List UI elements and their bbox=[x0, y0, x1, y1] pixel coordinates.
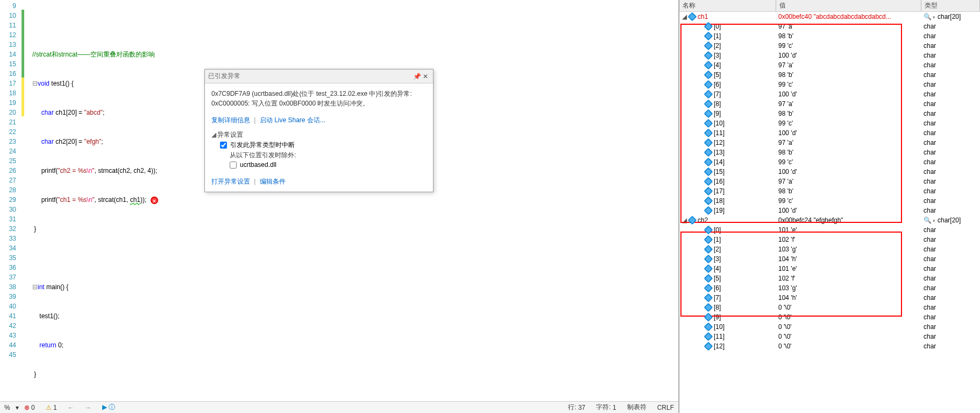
item-idx: [3] bbox=[714, 52, 721, 59]
watch-item-row[interactable]: [19]100 'd'char bbox=[679, 206, 980, 215]
tabs-mode[interactable]: 制表符 bbox=[627, 403, 647, 412]
exception-title: 已引发异常 bbox=[208, 72, 413, 81]
zoom-pct[interactable]: % bbox=[4, 404, 10, 411]
watch-item-row[interactable]: [14]99 'c'char bbox=[679, 157, 980, 167]
comment: //strcat和strncat——空间重叠对函数的影响 bbox=[32, 51, 155, 58]
field-icon bbox=[704, 80, 713, 89]
watch-item-row[interactable]: [4]101 'e'char bbox=[679, 264, 980, 274]
field-icon bbox=[704, 187, 713, 196]
decl: ch2[20] = bbox=[54, 138, 84, 145]
kw: int bbox=[38, 283, 45, 291]
module-checkbox[interactable] bbox=[230, 162, 237, 169]
watch-item-row[interactable]: [7]100 'd'char bbox=[679, 89, 980, 99]
item-type: char bbox=[921, 139, 980, 146]
watch-item-row[interactable]: [1]102 'f'char bbox=[679, 235, 980, 244]
watch-item-row[interactable]: [9]98 'b'char bbox=[679, 109, 980, 118]
watch-var-row[interactable]: ◢ch20x00befc24 "efghefgh"🔍char[20] bbox=[679, 215, 980, 225]
field-icon bbox=[704, 109, 713, 118]
item-idx: [1] bbox=[714, 236, 721, 243]
col-type-hdr[interactable]: 类型 bbox=[921, 0, 980, 11]
watch-item-row[interactable]: [3]100 'd'char bbox=[679, 51, 980, 60]
item-type: char bbox=[921, 333, 980, 340]
field-icon bbox=[704, 129, 713, 138]
watch-item-row[interactable]: [8]97 'a'char bbox=[679, 99, 980, 109]
watch-item-row[interactable]: [4]97 'a'char bbox=[679, 60, 980, 70]
watch-item-row[interactable]: [5]102 'f'char bbox=[679, 274, 980, 283]
close-icon[interactable]: ✕ bbox=[421, 72, 430, 81]
item-val: 102 'f' bbox=[776, 275, 921, 282]
live-share-link[interactable]: 启动 Live Share 会话... bbox=[260, 116, 325, 124]
chevron-down-icon[interactable]: ◢ bbox=[211, 131, 216, 138]
crlf-mode[interactable]: CRLF bbox=[657, 404, 674, 411]
watch-item-row[interactable]: [0]101 'e'char bbox=[679, 225, 980, 235]
warning-icon[interactable]: ⚠ bbox=[46, 404, 52, 411]
item-val: 98 'b' bbox=[776, 149, 921, 156]
watch-item-row[interactable]: [3]104 'h'char bbox=[679, 254, 980, 264]
magnifier-icon[interactable]: 🔍 bbox=[924, 13, 935, 20]
nav-back-icon[interactable]: ← bbox=[68, 404, 74, 411]
watch-item-row[interactable]: [5]98 'b'char bbox=[679, 70, 980, 80]
watch-item-row[interactable]: [8]0 '\0'char bbox=[679, 303, 980, 312]
field-icon bbox=[704, 264, 713, 274]
watch-item-row[interactable]: [17]98 'b'char bbox=[679, 186, 980, 196]
watch-item-row[interactable]: [2]99 'c'char bbox=[679, 41, 980, 51]
watch-item-row[interactable]: [13]98 'b'char bbox=[679, 148, 980, 157]
field-icon bbox=[704, 158, 713, 167]
expander-icon[interactable]: ◢ bbox=[681, 13, 687, 20]
watch-item-row[interactable]: [2]103 'g'char bbox=[679, 244, 980, 254]
watch-item-row[interactable]: [11]100 'd'char bbox=[679, 128, 980, 138]
col-val-hdr[interactable]: 值 bbox=[776, 0, 921, 11]
item-type: char bbox=[921, 90, 980, 98]
error-icon[interactable]: ⊗ bbox=[24, 404, 30, 411]
col-name-hdr[interactable]: 名称 bbox=[679, 0, 776, 11]
edit-conditions-link[interactable]: 编辑条件 bbox=[260, 178, 286, 185]
watch-body[interactable]: ◢ch10x00befc40 "abcdabcdabcdabcdabcd...🔍… bbox=[679, 12, 980, 413]
exception-icon[interactable] bbox=[151, 197, 158, 204]
brace: } bbox=[34, 370, 36, 378]
warning-count: 1 bbox=[53, 404, 57, 411]
watch-var-row[interactable]: ◢ch10x00befc40 "abcdabcdabcdabcdabcd...🔍… bbox=[679, 12, 980, 22]
item-type: char bbox=[921, 178, 980, 185]
item-idx: [13] bbox=[714, 149, 725, 156]
watch-item-row[interactable]: [1]98 'b'char bbox=[679, 31, 980, 41]
fn: printf bbox=[41, 167, 56, 174]
field-icon bbox=[704, 61, 713, 70]
item-type: char bbox=[921, 197, 980, 205]
watch-item-row[interactable]: [6]103 'g'char bbox=[679, 283, 980, 293]
var-val: 0x00befc40 "abcdabcdabcdabcdabcd... bbox=[776, 13, 921, 20]
item-idx: [12] bbox=[714, 139, 725, 146]
item-type: char bbox=[921, 284, 980, 292]
watch-item-row[interactable]: [12]97 'a'char bbox=[679, 138, 980, 148]
break-on-exception-checkbox[interactable] bbox=[220, 142, 227, 149]
kw: char bbox=[41, 109, 54, 116]
watch-item-row[interactable]: [7]104 'h'char bbox=[679, 293, 980, 303]
field-icon bbox=[704, 284, 713, 293]
item-val: 0 '\0' bbox=[776, 313, 921, 321]
watch-item-row[interactable]: [16]97 'a'char bbox=[679, 177, 980, 186]
fn-sig: main() { bbox=[45, 283, 69, 291]
watch-item-row[interactable]: [18]99 'c'char bbox=[679, 196, 980, 206]
open-exception-settings-link[interactable]: 打开异常设置 bbox=[211, 178, 250, 185]
magnifier-icon[interactable]: 🔍 bbox=[924, 216, 935, 224]
status-bar: %▾ ⊗ 0 ⚠ 1 ← → ▶ ⓘ 行: 37 字符: 1 制表符 CRLF bbox=[0, 401, 678, 413]
expander-icon[interactable]: ◢ bbox=[681, 216, 687, 224]
copy-details-link[interactable]: 复制详细信息 bbox=[211, 116, 250, 124]
watch-item-row[interactable]: [6]99 'c'char bbox=[679, 80, 980, 89]
nav-play-icon[interactable]: ▶ ⓘ bbox=[102, 403, 115, 412]
var-type: 🔍char[20] bbox=[921, 216, 980, 224]
item-idx: [11] bbox=[714, 333, 725, 340]
watch-item-row[interactable]: [15]100 'd'char bbox=[679, 167, 980, 177]
code-area[interactable]: //strcat和strncat——空间重叠对函数的影响 ⊟void test1… bbox=[30, 0, 678, 413]
item-val: 98 'b' bbox=[776, 32, 921, 40]
watch-item-row[interactable]: [10]99 'c'char bbox=[679, 118, 980, 128]
watch-item-row[interactable]: [0]97 'a'char bbox=[679, 22, 980, 31]
nav-fwd-icon[interactable]: → bbox=[85, 404, 91, 411]
watch-item-row[interactable]: [9]0 '\0'char bbox=[679, 312, 980, 322]
pin-icon[interactable]: 📌 bbox=[413, 72, 421, 81]
watch-item-row[interactable]: [11]0 '\0'char bbox=[679, 332, 980, 341]
item-val: 101 'e' bbox=[776, 226, 921, 234]
watch-item-row[interactable]: [12]0 '\0'char bbox=[679, 341, 980, 351]
watch-item-row[interactable]: [10]0 '\0'char bbox=[679, 322, 980, 332]
field-icon bbox=[704, 167, 713, 177]
field-icon bbox=[704, 245, 713, 254]
